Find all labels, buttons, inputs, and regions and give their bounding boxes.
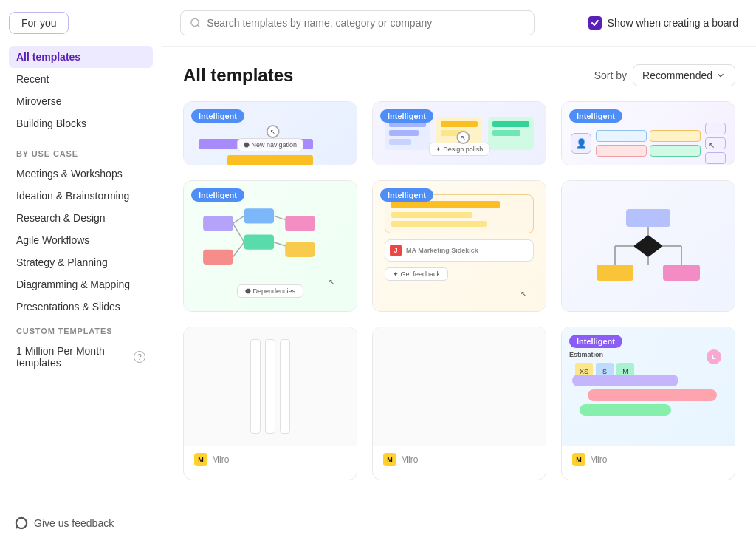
show-creating-checkbox[interactable] [588,16,602,30]
template-card-blank1[interactable]: M Miro [183,327,357,480]
sort-by-label: Sort by [594,69,627,81]
template-grid: Intelligent ⬣ New navigation ↖ M Miro [183,101,735,480]
sidebar-item-building-blocks[interactable]: Building Blocks [9,112,153,134]
sidebar-footer: Give us feedback [9,500,153,534]
intelligent-badge-gtm: Intelligent [380,188,433,202]
sidebar: For you All templates Recent Miroverse B… [0,0,162,546]
sidebar-nav: All templates Recent Miroverse Building … [9,46,153,134]
feedback-label: Give us feedback [34,517,114,529]
sort-dropdown[interactable]: Recommended [633,64,735,86]
sidebar-item-recent[interactable]: Recent [9,68,153,90]
template-card-roadmap[interactable]: Intelligent ⬣ New navigation ↖ M Miro [183,101,357,165]
author-name-blank2: Miro [401,454,418,465]
cursor-icon-sprint: ↖ [456,131,470,144]
sidebar-item-research[interactable]: Research & Design [9,207,153,229]
card-info-flowchart: M Miro Flowchart [562,311,735,312]
page-title: All templates [183,65,293,86]
sort-by-wrap: Sort by Recommended [594,64,735,86]
card-info-blank1: M Miro [184,446,357,480]
design-polish-label: ✦ Design polish [429,143,490,156]
feedback-icon [15,516,28,530]
sidebar-item-miroverse[interactable]: Miroverse [9,90,153,112]
top-bar: Show when creating a board [162,0,756,47]
card-preview-gtm: Intelligent J MA Marketing Sidekick [373,181,546,311]
svg-rect-7 [285,242,315,257]
svg-point-1 [191,18,199,26]
content-header: All templates Sort by Recommended [183,64,735,86]
svg-rect-3 [203,216,233,231]
card-info-agile: M Miro [562,446,735,480]
card-info-roadmap: M Miro Roadmap Planning [184,165,357,165]
template-card-aws[interactable]: Intelligent 👤 [561,101,735,165]
sidebar-item-presentations[interactable]: Presentations & Slides [9,296,153,318]
svg-line-12 [274,242,285,246]
template-card-flowchart[interactable]: M Miro Flowchart [561,180,735,312]
search-input[interactable] [207,17,525,29]
card-preview-blank1 [184,327,357,446]
svg-line-2 [198,25,200,27]
miro-logo-agile: M [572,453,585,466]
chevron-down-icon [715,70,726,81]
sort-value: Recommended [642,69,712,81]
card-info-gtm: M Miro Go-To-Market Plan [373,311,546,312]
sidebar-item-diagramming[interactable]: Diagramming & Mapping [9,273,153,296]
search-icon [190,17,201,29]
custom-templates-label: 1 Million Per Month templates [16,345,129,369]
help-icon[interactable]: ? [134,351,145,363]
intelligent-badge-sprint: Intelligent [380,109,433,123]
svg-rect-16 [597,265,633,281]
card-preview-blank2 [373,327,546,446]
card-preview-flowchart [562,181,735,311]
svg-rect-8 [203,250,233,265]
nav-label: ⬣ New navigation [237,138,303,151]
card-info-pi: M Miro PI Planning [184,311,357,312]
flowchart-svg [589,205,707,287]
cursor-icon: ↖ [267,125,280,138]
card-preview-pi: Intelligent [184,181,357,311]
intelligent-badge: Intelligent [191,109,244,123]
search-wrap[interactable] [180,10,535,35]
template-card-pi[interactable]: Intelligent [183,180,357,312]
svg-marker-15 [633,235,663,257]
feedback-button[interactable]: Give us feedback [9,512,153,534]
pi-svg [196,194,345,298]
estimation-badge: Intelligent [569,335,622,348]
sidebar-item-custom-templates[interactable]: 1 Million Per Month templates ? [9,340,153,374]
svg-line-11 [274,216,285,219]
card-preview-aws: Intelligent 👤 [562,102,735,165]
svg-rect-5 [244,235,274,250]
card-info-sprint: M Miro Sprint Planning [373,165,546,165]
intelligent-badge-pi: Intelligent [191,188,244,202]
sidebar-item-all-templates[interactable]: All templates [9,46,153,68]
by-use-case-title: BY USE CASE [9,140,153,163]
card-info-blank2: M Miro [373,446,546,480]
card-preview-roadmap: Intelligent ⬣ New navigation ↖ [184,102,357,165]
card-info-aws: M Miro AWS Cloud Infrastructure Optimi..… [562,165,735,165]
card-preview-agile: Intelligent Estimation XS S M L [562,327,735,446]
card-author-blank2: M Miro [383,453,535,466]
sidebar-top: For you [9,12,153,34]
card-author-blank1: M Miro [194,453,346,466]
template-card-agile[interactable]: Intelligent Estimation XS S M L [561,327,735,480]
svg-rect-4 [244,208,274,223]
card-preview-sprint: Intelligent [373,102,546,165]
show-creating-wrap: Show when creating a board [588,16,738,30]
use-case-nav: Meetings & Workshops Ideation & Brainsto… [9,163,153,318]
template-card-blank2[interactable]: M Miro [372,327,546,480]
sidebar-item-strategy[interactable]: Strategy & Planning [9,251,153,273]
for-you-button[interactable]: For you [9,12,69,34]
svg-rect-17 [663,265,700,281]
miro-logo-blank1: M [194,453,207,466]
svg-line-10 [233,223,244,242]
check-icon [591,18,599,27]
sidebar-item-agile[interactable]: Agile Workflows [9,229,153,251]
intelligent-badge-aws: Intelligent [569,109,622,123]
card-author-agile: M Miro [572,453,724,466]
miro-logo-blank2: M [383,453,396,466]
sidebar-item-meetings[interactable]: Meetings & Workshops [9,163,153,185]
svg-line-13 [233,242,244,257]
template-card-sprint[interactable]: Intelligent [372,101,546,165]
show-creating-label: Show when creating a board [608,17,738,29]
template-card-gtm[interactable]: Intelligent J MA Marketing Sidekick [372,180,546,312]
sidebar-item-ideation[interactable]: Ideation & Brainstorming [9,185,153,207]
